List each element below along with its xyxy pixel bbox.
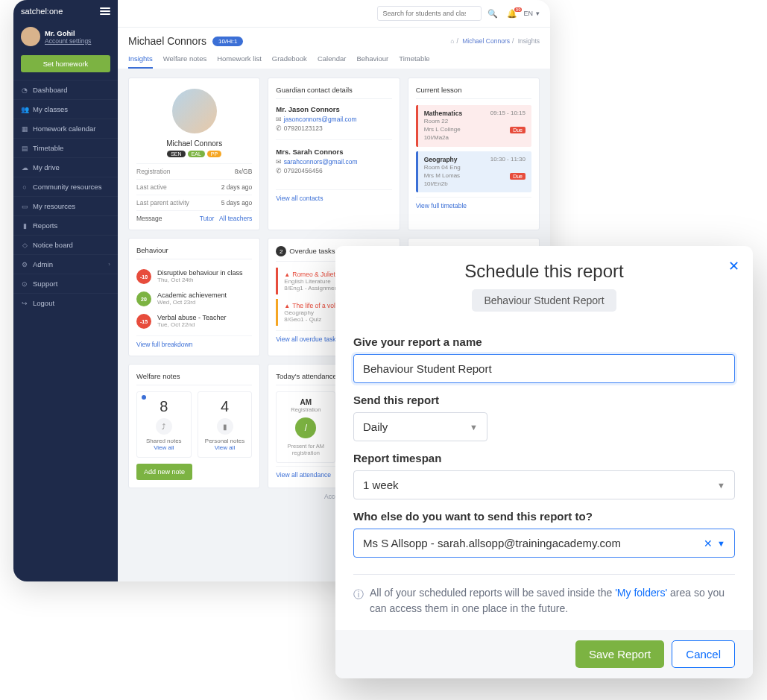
page-title: Michael Connors bbox=[128, 35, 206, 47]
tab-insights[interactable]: Insights bbox=[128, 54, 153, 69]
info-text: ⓘ All of your scheduled reports will be … bbox=[353, 585, 735, 617]
student-card: Michael Connors SEN EAL PP Registration8… bbox=[128, 78, 260, 230]
nav-timetable[interactable]: ▤Timetable bbox=[13, 138, 118, 157]
support-icon: ⊙ bbox=[21, 280, 28, 288]
nav: ◔Dashboard 👥My classes ▦Homework calenda… bbox=[13, 80, 118, 312]
view-all-link[interactable]: View all bbox=[140, 444, 188, 451]
view-timetable-link[interactable]: View full timetable bbox=[416, 197, 531, 209]
name-label: Give your report a name bbox=[353, 335, 735, 348]
clear-icon[interactable]: ✕ bbox=[699, 537, 717, 549]
sidebar: satchel:one Mr. Gohil Account settings S… bbox=[13, 0, 118, 581]
tutor-link[interactable]: Tutor bbox=[200, 215, 215, 222]
chevron-right-icon: › bbox=[108, 261, 110, 268]
tab-welfare[interactable]: Welfare notes bbox=[163, 54, 206, 69]
frequency-select[interactable]: Daily ▼ bbox=[353, 412, 487, 441]
timespan-select[interactable]: 1 week ▼ bbox=[353, 470, 735, 499]
report-name-input[interactable] bbox=[353, 354, 735, 383]
phone-icon: ✆ bbox=[276, 167, 282, 174]
lesson-item[interactable]: Mathematics Room 22 Mrs L Colinge 10I/Ma… bbox=[416, 105, 531, 147]
send-label: Send this report bbox=[353, 394, 735, 406]
timetable-icon: ▤ bbox=[21, 145, 28, 152]
personal-notes-box[interactable]: 4 ▮ Personal notes View all bbox=[198, 391, 253, 458]
timespan-label: Report timespan bbox=[353, 452, 735, 464]
page-head: Michael Connors 10/Hi:1 ⌂/ Michael Conno… bbox=[118, 28, 550, 69]
view-all-link[interactable]: View all bbox=[201, 444, 249, 451]
view-breakdown-link[interactable]: View full breakdown bbox=[136, 335, 252, 348]
crumb-student[interactable]: Michael Connors bbox=[462, 37, 510, 45]
student-name: Michael Connors bbox=[136, 139, 252, 148]
users-icon: 👥 bbox=[21, 106, 28, 113]
behaviour-item[interactable]: -15Verbal abuse - TeacherTue, Oct 22nd bbox=[136, 310, 252, 332]
drive-icon: ☁ bbox=[21, 164, 28, 171]
email-link[interactable]: sarahconnors@gmail.com bbox=[284, 158, 358, 165]
lesson-item[interactable]: Geography Room 04 Eng Mrs M Lomas 10I/En… bbox=[416, 151, 531, 193]
save-report-button[interactable]: Save Report bbox=[575, 640, 664, 668]
contacts-card: Guardian contact details Mr. Jason Conno… bbox=[268, 78, 400, 230]
shared-notes-box[interactable]: 8 ⤴ Shared notes View all bbox=[136, 391, 192, 458]
recipients-label: Who else do you want to send this report… bbox=[353, 510, 735, 523]
nav-logout[interactable]: ↪Logout bbox=[13, 293, 118, 312]
behaviour-item[interactable]: 20Academic achievementWed, Oct 23rd bbox=[136, 288, 252, 310]
view-all-contacts-link[interactable]: View all contacts bbox=[276, 189, 391, 202]
avatar bbox=[21, 27, 40, 46]
divider bbox=[353, 574, 735, 575]
nav-my-resources[interactable]: ▭My resources bbox=[13, 196, 118, 215]
tab-calendar[interactable]: Calendar bbox=[318, 54, 347, 69]
behaviour-card: Behaviour -10Disruptive behaviour in cla… bbox=[128, 238, 260, 356]
nav-reports[interactable]: ▮Reports bbox=[13, 215, 118, 235]
card-title: Behaviour bbox=[136, 246, 252, 259]
account-settings-link[interactable]: Account settings bbox=[45, 37, 91, 45]
search-input[interactable] bbox=[377, 6, 482, 21]
my-folders-link[interactable]: 'My folders' bbox=[615, 587, 667, 599]
search-icon[interactable]: 🔍 bbox=[484, 9, 501, 19]
tabs: Insights Welfare notes Homework list Gra… bbox=[128, 54, 540, 69]
tab-gradebook[interactable]: Gradebook bbox=[272, 54, 307, 69]
card-title: Guardian contact details bbox=[276, 86, 391, 99]
brand-logo: satchel:one bbox=[21, 7, 63, 16]
info-icon: ⓘ bbox=[353, 587, 364, 602]
pp-badge: PP bbox=[207, 151, 221, 157]
nav-my-classes[interactable]: 👥My classes bbox=[13, 99, 118, 119]
reports-icon: ▮ bbox=[21, 222, 28, 230]
nav-community[interactable]: ○Community resources bbox=[13, 177, 118, 196]
nav-my-drive[interactable]: ☁My drive bbox=[13, 157, 118, 177]
recipient-chip: Ms S Allsopp - sarah.allsopp@trainingaca… bbox=[363, 537, 621, 549]
nav-homework-calendar[interactable]: ▦Homework calendar bbox=[13, 119, 118, 138]
tab-homework[interactable]: Homework list bbox=[217, 54, 262, 69]
nav-support[interactable]: ⊙Support bbox=[13, 274, 118, 293]
warning-icon: ▲ bbox=[284, 303, 290, 309]
indicator-dot bbox=[142, 395, 146, 400]
mail-icon: ✉ bbox=[276, 116, 282, 123]
set-homework-button[interactable]: Set homework bbox=[21, 55, 110, 72]
modal-title: Schedule this report bbox=[353, 261, 735, 282]
board-icon: ◇ bbox=[21, 242, 28, 249]
chevron-down-icon: ▼ bbox=[470, 423, 478, 432]
all-teachers-link[interactable]: All teachers bbox=[219, 215, 252, 222]
user-block[interactable]: Mr. Gohil Account settings bbox=[13, 22, 118, 51]
card-title: Welfare notes bbox=[136, 372, 252, 385]
chevron-down-icon: ▼ bbox=[717, 481, 725, 490]
attendance-box: AM Registration / Present for AM registr… bbox=[276, 391, 335, 463]
close-icon[interactable]: ✕ bbox=[728, 258, 739, 274]
add-note-button[interactable]: Add new note bbox=[136, 464, 192, 480]
share-icon: ⤴ bbox=[156, 418, 172, 435]
nav-dashboard[interactable]: ◔Dashboard bbox=[13, 80, 118, 99]
nav-notice-board[interactable]: ◇Notice board bbox=[13, 235, 118, 254]
breadcrumb: ⌂/ Michael Connors/ Insights bbox=[450, 37, 540, 45]
home-icon[interactable]: ⌂ bbox=[450, 37, 454, 45]
eal-badge: EAL bbox=[188, 151, 205, 157]
tab-timetable[interactable]: Timetable bbox=[399, 54, 429, 69]
notification-icon[interactable]: 🔔99 bbox=[504, 9, 520, 19]
topbar: 🔍 🔔99 EN ▾ bbox=[118, 0, 550, 28]
present-mark-icon: / bbox=[295, 417, 316, 438]
tab-behaviour[interactable]: Behaviour bbox=[356, 54, 388, 69]
nav-admin[interactable]: ⚙Admin› bbox=[13, 254, 118, 274]
behaviour-item[interactable]: -10Disruptive behaviour in classThu, Oct… bbox=[136, 265, 252, 288]
cancel-button[interactable]: Cancel bbox=[672, 640, 735, 668]
folder-icon: ▭ bbox=[21, 203, 28, 210]
hamburger-icon[interactable] bbox=[100, 6, 110, 16]
mail-icon: ✉ bbox=[276, 158, 282, 165]
email-link[interactable]: jasonconnors@gmail.com bbox=[284, 116, 357, 123]
language-switch[interactable]: EN bbox=[523, 10, 533, 17]
recipients-select[interactable]: Ms S Allsopp - sarah.allsopp@trainingaca… bbox=[353, 529, 735, 558]
